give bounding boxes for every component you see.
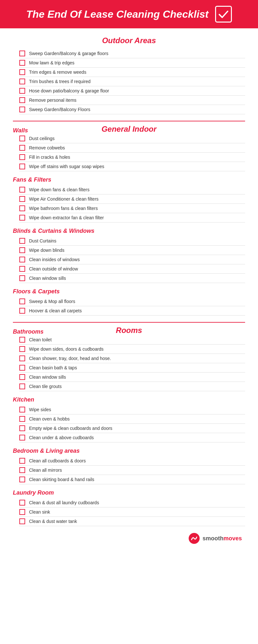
- checkbox[interactable]: [19, 337, 25, 343]
- item-text: Clean insides of windows: [29, 257, 80, 262]
- logo-text: smoothmoves: [203, 535, 242, 542]
- checkbox[interactable]: [19, 435, 25, 440]
- checkbox[interactable]: [19, 458, 25, 464]
- checkbox[interactable]: [19, 107, 25, 112]
- list-item: Empty wipe & clean cudboards and doors: [19, 424, 245, 433]
- item-text: Clean sink: [29, 509, 50, 515]
- checkbox[interactable]: [19, 205, 25, 211]
- checkbox[interactable]: [19, 298, 25, 304]
- item-text: Wipe down blinds: [29, 248, 64, 253]
- page-title: The End Of Lease Cleaning Checklist: [26, 8, 208, 20]
- blinds-curtains-title: Blinds & Curtains & Windows: [13, 228, 245, 234]
- rooms-section-title: Rooms: [116, 326, 142, 335]
- checkbox[interactable]: [19, 500, 25, 506]
- checkbox[interactable]: [19, 365, 25, 371]
- checkbox[interactable]: [19, 346, 25, 352]
- laundry-title: Laundry Room: [13, 489, 245, 496]
- checkbox[interactable]: [19, 88, 25, 94]
- checkbox[interactable]: [19, 509, 25, 515]
- item-text: Dust Curtains: [29, 238, 56, 243]
- item-text: Clean outside of window: [29, 266, 78, 271]
- item-text: Wipe down extractor fan & clean filter: [29, 215, 104, 220]
- checkbox[interactable]: [19, 518, 25, 524]
- list-item: Clean tile grouts: [19, 382, 245, 391]
- blinds-checklist: Dust Curtains Wipe down blinds Clean ins…: [13, 236, 245, 283]
- kitchen-title: Kitchen: [13, 396, 245, 403]
- checkbox[interactable]: [19, 69, 25, 75]
- kitchen-checklist: Wipe sides Clean oven & hobbs Empty wipe…: [13, 405, 245, 442]
- logo-area: smoothmoves: [13, 533, 245, 544]
- checkbox[interactable]: [19, 145, 25, 151]
- list-item: Clean & dust water tank: [19, 517, 245, 526]
- checkbox[interactable]: [19, 416, 25, 422]
- checkbox[interactable]: [19, 164, 25, 169]
- list-item: Remove cobwebs: [19, 143, 245, 153]
- list-item: Clean window sills: [19, 373, 245, 382]
- list-item: Sweep Garden/Balcony & garage floors: [19, 49, 245, 58]
- checkbox[interactable]: [19, 196, 25, 202]
- checkbox[interactable]: [19, 257, 25, 262]
- checkbox[interactable]: [19, 477, 25, 482]
- checkbox[interactable]: [19, 374, 25, 380]
- list-item: Mow lawn & trip edges: [19, 58, 245, 68]
- item-text: Remove personal items: [29, 98, 76, 103]
- walls-checklist: Dust ceilings Remove cobwebs Fill in cra…: [13, 134, 245, 171]
- checkbox[interactable]: [19, 51, 25, 56]
- list-item: Wipe down extractor fan & clean filter: [19, 213, 245, 223]
- item-text: Clean all cudboards & doors: [29, 458, 86, 463]
- checkbox[interactable]: [19, 275, 25, 281]
- list-item: Clean basin bath & taps: [19, 363, 245, 373]
- list-item: Hose down patio/balcony & garage floor: [19, 86, 245, 96]
- list-item: Wipe bathroom fans & clean filters: [19, 204, 245, 213]
- bedroom-living-title: Bedroom & Living areas: [13, 448, 245, 454]
- checkbox[interactable]: [19, 238, 25, 244]
- list-item: Wipe Air Conditioner & clean filters: [19, 194, 245, 204]
- item-text: Hose down patio/balcony & garage floor: [29, 88, 109, 93]
- list-item: Remove personal items: [19, 96, 245, 105]
- list-item: Wipe down blinds: [19, 246, 245, 255]
- item-text: Clean oven & hobbs: [29, 416, 70, 421]
- walls-label: Walls: [13, 127, 28, 134]
- checkbox[interactable]: [19, 467, 25, 473]
- item-text: Clean window sills: [29, 276, 66, 281]
- item-text: Dust ceilings: [29, 136, 55, 141]
- item-text: Clean skirting board & hand rails: [29, 477, 94, 482]
- checkbox[interactable]: [19, 425, 25, 431]
- list-item: Clean oven & hobbs: [19, 414, 245, 424]
- checkbox[interactable]: [19, 308, 25, 314]
- list-item: Clean all mirrors: [19, 466, 245, 475]
- checkbox[interactable]: [19, 266, 25, 272]
- item-text: Wipe Air Conditioner & clean filters: [29, 196, 99, 202]
- checkbox[interactable]: [19, 215, 25, 221]
- list-item: Clean shower, tray, door, head and hose.: [19, 354, 245, 363]
- list-item: Clean under & above cudboards: [19, 433, 245, 442]
- checkbox[interactable]: [19, 355, 25, 361]
- item-text: Trim bushes & trees if required: [29, 79, 91, 84]
- checkbox[interactable]: [19, 384, 25, 389]
- list-item: Clean outside of window: [19, 264, 245, 274]
- item-text: Clean window sills: [29, 374, 66, 380]
- item-text: Wipe bathroom fans & clean filters: [29, 206, 98, 211]
- list-item: Dust ceilings: [19, 134, 245, 143]
- item-text: Sweep Garden/Balcony & garage floors: [29, 51, 108, 56]
- checkbox[interactable]: [19, 79, 25, 84]
- checkbox[interactable]: [19, 97, 25, 103]
- list-item: Dust Curtains: [19, 236, 245, 246]
- checkbox[interactable]: [19, 407, 25, 412]
- item-text: Trim edges & remove weeds: [29, 70, 86, 75]
- checkbox[interactable]: [19, 154, 25, 160]
- list-item: Clean all cudboards & doors: [19, 456, 245, 466]
- checkbox[interactable]: [19, 247, 25, 253]
- checkbox[interactable]: [19, 187, 25, 193]
- item-text: Hoover & clean all carpets: [29, 308, 82, 313]
- list-item: Wipe down sides, doors & cudboards: [19, 345, 245, 354]
- item-text: Clean & dust all laundry cudboards: [29, 500, 99, 505]
- floors-checklist: Sweep & Mop all floors Hoover & clean al…: [13, 297, 245, 316]
- list-item: Trim bushes & trees if required: [19, 77, 245, 86]
- list-item: Fill in cracks & holes: [19, 153, 245, 162]
- checkbox[interactable]: [19, 60, 25, 66]
- item-text: Sweep Garden/Balcony Floors: [29, 107, 90, 112]
- list-item: Clean & dust all laundry cudboards: [19, 498, 245, 507]
- checkbox[interactable]: [19, 136, 25, 141]
- list-item: Clean sink: [19, 507, 245, 517]
